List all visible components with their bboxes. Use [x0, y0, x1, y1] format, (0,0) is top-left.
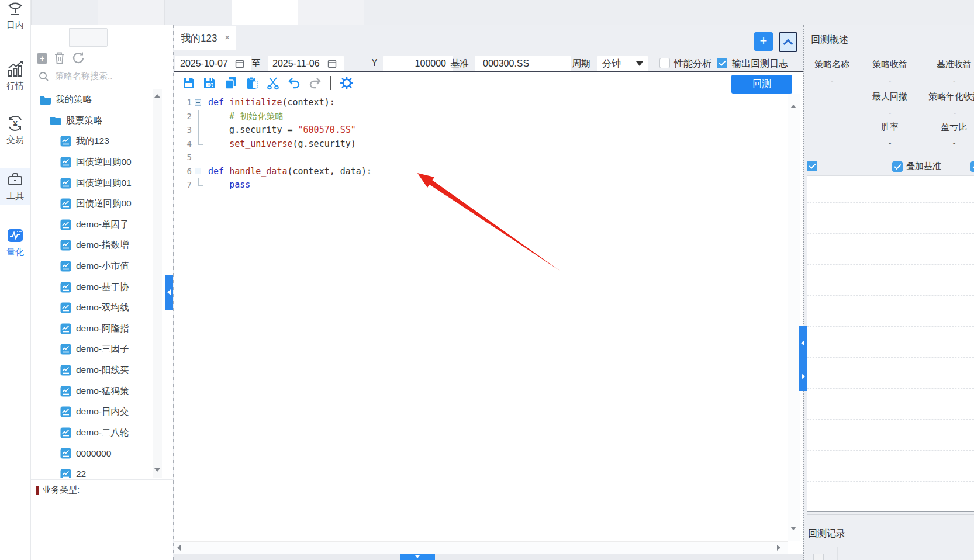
scroll-down-icon[interactable]	[154, 468, 160, 472]
rail-item[interactable]: ¥ 行情	[0, 61, 30, 92]
tree-item[interactable]: demo-三因子	[30, 339, 154, 360]
period-dropdown[interactable]: 分钟	[597, 56, 648, 72]
panel-splitter-handle[interactable]	[799, 326, 807, 391]
bottom-panel-handle[interactable]	[400, 554, 435, 560]
tree-item[interactable]: demo-阿隆指	[30, 319, 154, 340]
rail-item[interactable]: ¥ 日内	[0, 0, 30, 31]
tree-item[interactable]: demo-日内交	[30, 402, 154, 423]
strategy-panel: +	[30, 25, 173, 560]
chart-option	[807, 161, 821, 171]
intraday-icon	[6, 0, 24, 18]
tree-item[interactable]: demo-指数增	[30, 235, 154, 256]
editor-horizontal-scrollbar[interactable]	[174, 541, 788, 554]
start-date-box	[175, 56, 251, 72]
editor-tab[interactable]: 我的123 ×	[174, 26, 236, 50]
currency-label: ¥	[372, 58, 377, 68]
chart-option-checkbox[interactable]	[892, 161, 903, 172]
top-tab[interactable]	[98, 0, 165, 25]
metric-label: 胜率	[865, 122, 915, 133]
rail-item[interactable]: ¥ 工具	[0, 168, 30, 205]
scroll-down-icon[interactable]	[790, 527, 796, 530]
copy-icon[interactable]	[224, 76, 238, 90]
end-date-input[interactable]	[271, 58, 327, 70]
panel-tab[interactable]	[69, 28, 108, 47]
tree-item[interactable]: demo-双均线	[30, 298, 154, 319]
metric: 胜率 -	[865, 122, 915, 148]
start-date-input[interactable]	[179, 58, 235, 70]
benchmark-input[interactable]	[482, 58, 564, 70]
tree-item[interactable]: 0000000	[30, 443, 154, 464]
fold-marker[interactable]	[194, 123, 205, 137]
code-text: def handle_data(context, data):	[208, 165, 372, 179]
top-tab[interactable]	[232, 0, 298, 25]
top-tab[interactable]	[298, 0, 364, 25]
tree-item-label: demo-三因子	[76, 343, 129, 355]
add-strategy-button[interactable]: +	[37, 53, 47, 64]
performance-checkbox[interactable]	[659, 58, 670, 68]
delete-strategy-icon[interactable]	[53, 51, 66, 65]
log-checkbox[interactable]	[717, 58, 727, 68]
tree-item[interactable]: 国债逆回购01	[30, 172, 154, 193]
fold-marker[interactable]	[194, 110, 205, 124]
cash-input[interactable]	[389, 58, 447, 70]
code-line: 1 def initialize(context):	[175, 96, 783, 110]
toolbar-divider	[330, 76, 331, 90]
code-editor[interactable]: 1 def initialize(context): 2 # 初始化策略 3 g…	[175, 96, 783, 540]
scroll-up-icon[interactable]	[790, 105, 796, 108]
code-line: 5	[175, 151, 783, 165]
section-divider	[807, 514, 974, 515]
tree-item[interactable]: demo-单因子	[30, 215, 154, 236]
metric-label: 策略年化收益	[923, 91, 974, 102]
tree-item[interactable]: 国债逆回购00	[30, 152, 154, 173]
close-icon[interactable]: ×	[224, 32, 230, 42]
save-icon[interactable]	[182, 76, 196, 90]
tree-item[interactable]: 22	[30, 464, 154, 478]
tree-item[interactable]: 我的策略	[30, 89, 154, 110]
fold-marker[interactable]	[194, 96, 205, 110]
tree-item[interactable]: demo-猛犸策	[30, 381, 154, 402]
scroll-left-icon[interactable]	[177, 545, 181, 551]
code-line: 2 # 初始化策略	[175, 110, 783, 124]
strategy-icon	[60, 157, 71, 168]
chart-option-checkbox[interactable]	[807, 161, 817, 171]
collapse-left-panel-handle[interactable]	[165, 275, 173, 310]
line-number: 4	[175, 137, 192, 151]
scroll-right-icon[interactable]	[777, 545, 780, 551]
settings-gear-icon[interactable]	[340, 76, 354, 90]
search-input[interactable]	[54, 70, 150, 81]
tree-item-label: 股票策略	[66, 115, 102, 127]
new-tab-button[interactable]: +	[754, 32, 773, 51]
paste-icon[interactable]	[245, 76, 259, 90]
tree-item[interactable]: 股票策略	[30, 110, 154, 132]
records-select-all-checkbox[interactable]	[813, 554, 824, 560]
save-as-icon[interactable]	[203, 76, 217, 90]
collapse-header-button[interactable]	[779, 32, 797, 52]
tree-item[interactable]: demo-二八轮	[30, 423, 154, 444]
tree-item[interactable]: demo-小市值	[30, 256, 154, 277]
redo-icon[interactable]	[308, 76, 322, 90]
calendar-icon[interactable]	[327, 59, 337, 68]
run-backtest-button[interactable]: 回测	[731, 75, 792, 94]
strategy-icon	[60, 282, 71, 293]
strategy-icon	[60, 448, 71, 459]
scroll-up-icon[interactable]	[154, 94, 160, 98]
fold-marker[interactable]	[194, 165, 205, 179]
tree-item-label: 国债逆回购00	[76, 156, 132, 168]
tree-item[interactable]: 国债逆回购00	[30, 193, 154, 215]
fold-marker[interactable]	[194, 178, 205, 192]
tree-item[interactable]: demo-基于协	[30, 276, 154, 298]
rail-item[interactable]: ¥ 量化	[0, 227, 30, 258]
refresh-icon[interactable]	[71, 51, 85, 65]
tree-item[interactable]: demo-阳线买	[30, 360, 154, 381]
fold-marker[interactable]	[194, 137, 205, 151]
cut-icon[interactable]	[266, 76, 280, 90]
fold-marker[interactable]	[194, 151, 205, 165]
calendar-icon[interactable]	[235, 59, 244, 68]
undo-icon[interactable]	[287, 76, 301, 90]
chart-option-checkbox[interactable]	[970, 161, 974, 172]
chevron-left-icon	[801, 340, 804, 346]
tree-scrollbar[interactable]	[153, 89, 162, 478]
rail-item[interactable]: ¥ 交易	[0, 115, 30, 146]
editor-vertical-scrollbar[interactable]	[788, 94, 800, 541]
tree-item[interactable]: 我的123	[30, 131, 154, 152]
